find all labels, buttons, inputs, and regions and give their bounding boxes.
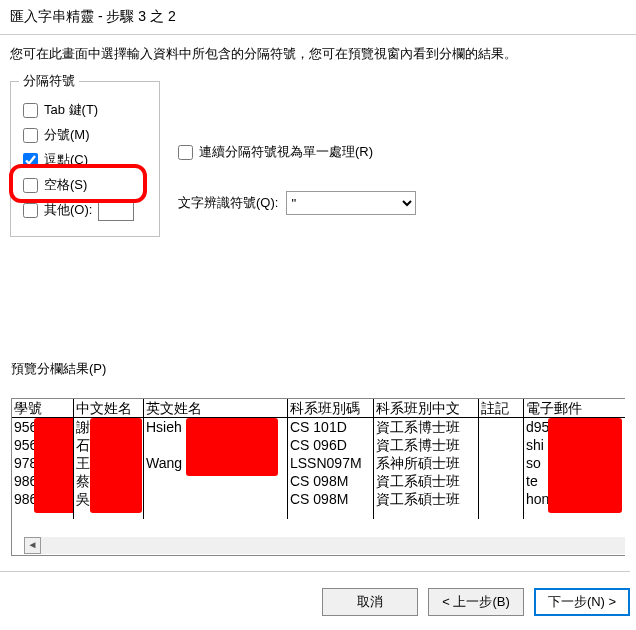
- col-header: 中文姓名: [74, 399, 143, 418]
- preview-col-id: 學號 9563563 956 978 986 986: [12, 399, 74, 519]
- cell: CS 101D: [288, 418, 373, 436]
- cell: 系神所碩士班: [374, 454, 478, 472]
- preview-col-dept: 科系班別中文 資工系博士班 資工系博士班 系神所碩士班 資工系碩士班 資工系碩士…: [374, 399, 479, 519]
- preview-col-cname: 中文姓名 謝 石 王 蔡 吳: [74, 399, 144, 519]
- col-header: 英文姓名: [144, 399, 287, 418]
- other-label: 其他(O):: [44, 201, 92, 219]
- cell: 資工系碩士班: [374, 490, 478, 508]
- qualifier-select[interactable]: ": [286, 191, 416, 215]
- consecutive-checkbox[interactable]: [178, 145, 193, 160]
- col-header: 註記: [479, 399, 523, 418]
- semicolon-label: 分號(M): [44, 126, 90, 144]
- next-button[interactable]: 下一步(N) >: [534, 588, 630, 616]
- qualifier-label: 文字辨識符號(Q):: [178, 194, 278, 212]
- scroll-left-button[interactable]: ◄: [24, 537, 41, 554]
- tab-label: Tab 鍵(T): [44, 101, 98, 119]
- cell: 資工系博士班: [374, 418, 478, 436]
- consecutive-label: 連續分隔符號視為單一處理(R): [199, 143, 373, 161]
- col-header: 電子郵件: [524, 399, 625, 418]
- other-checkbox[interactable]: [23, 203, 38, 218]
- right-options: 連續分隔符號視為單一處理(R) 文字辨識符號(Q): ": [178, 138, 618, 215]
- preview-box: 學號 9563563 956 978 986 986 中文姓名 謝 石 王 蔡 …: [11, 398, 625, 556]
- cell: 資工系碩士班: [374, 472, 478, 490]
- preview-col-email: 電子郵件 d95 shi so te hon: [524, 399, 625, 519]
- cell: CS 098M: [288, 490, 373, 508]
- semicolon-checkbox[interactable]: [23, 128, 38, 143]
- divider: [0, 34, 636, 35]
- cell: [144, 490, 287, 508]
- space-label: 空格(S): [44, 176, 87, 194]
- other-input[interactable]: [98, 199, 134, 221]
- preview-col-note: 註記: [479, 399, 524, 519]
- preview-col-ename: 英文姓名 Hsieh Wang: [144, 399, 288, 519]
- comma-checkbox[interactable]: [23, 153, 38, 168]
- space-checkbox[interactable]: [23, 178, 38, 193]
- tab-checkbox[interactable]: [23, 103, 38, 118]
- back-button[interactable]: < 上一步(B): [428, 588, 524, 616]
- instruction-text: 您可在此畫面中選擇輸入資料中所包含的分隔符號，您可在預覽視窗內看到分欄的結果。: [0, 45, 636, 81]
- delimiter-group: 分隔符號 Tab 鍵(T) 分號(M) 逗點(C) 空格(S) 其他(O):: [10, 81, 160, 237]
- comma-label: 逗點(C): [44, 151, 88, 169]
- delimiter-legend: 分隔符號: [19, 72, 79, 90]
- cell: CS 098M: [288, 472, 373, 490]
- preview-col-code: 科系班別碼 CS 101D CS 096D LSSN097M CS 098M C…: [288, 399, 374, 519]
- preview-label: 預覽分欄結果(P): [11, 360, 106, 378]
- scrollbar-track[interactable]: [41, 537, 625, 554]
- col-header: 科系班別中文: [374, 399, 478, 418]
- dialog-title: 匯入字串精靈 - 步驟 3 之 2: [0, 0, 636, 30]
- cell: CS 096D: [288, 436, 373, 454]
- col-header: 科系班別碼: [288, 399, 373, 418]
- cell: 資工系博士班: [374, 436, 478, 454]
- button-row: 取消 < 上一步(B) 下一步(N) >: [0, 571, 630, 616]
- col-header: 學號: [12, 399, 73, 418]
- cell: LSSN097M: [288, 454, 373, 472]
- cancel-button[interactable]: 取消: [322, 588, 418, 616]
